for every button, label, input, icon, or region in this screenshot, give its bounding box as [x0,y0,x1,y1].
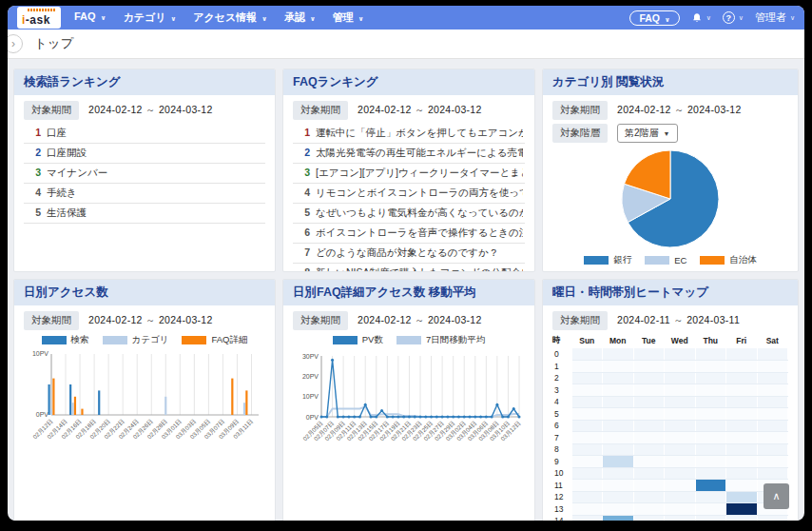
heatmap-cell[interactable] [603,503,634,516]
account-menu[interactable]: 管理者 ∨ [755,10,795,25]
rank-item[interactable]: 2口座開設 [24,144,265,164]
heatmap-cell[interactable] [633,372,665,384]
heatmap-cell[interactable] [757,408,788,421]
nav-item-2[interactable]: アクセス情報 ∨ [193,10,267,25]
rank-item[interactable]: 1口座 [24,124,265,144]
heatmap-cell[interactable] [665,420,696,432]
heatmap-cell[interactable] [603,432,634,444]
heatmap-cell[interactable] [665,372,696,384]
heatmap-cell[interactable] [665,348,696,361]
heatmap-cell[interactable] [757,420,788,432]
heatmap-cell[interactable] [571,420,603,432]
heatmap-cell[interactable] [633,456,665,468]
heatmap-cell[interactable] [665,480,696,492]
heatmap-cell[interactable] [726,491,758,503]
heatmap-cell[interactable] [603,361,634,373]
heatmap-cell[interactable] [633,515,665,521]
heatmap-cell[interactable] [726,503,758,516]
heatmap-cell[interactable] [571,480,603,492]
rank-item[interactable]: 2太陽光発電等の再生可能エネルギーによる売電料金の詳細… [293,144,525,164]
faq-quick-button[interactable]: FAQ ∨ [629,10,679,26]
heatmap-cell[interactable] [695,420,726,432]
heatmap-cell[interactable] [603,443,634,456]
heatmap-cell[interactable] [603,491,634,503]
heatmap-cell[interactable] [695,348,726,361]
heatmap-cell[interactable] [695,467,726,480]
rank-item[interactable]: 3[エアコン][アプリ]ウィークリータイマーとまとめて操作が… [293,164,525,184]
heatmap-cell[interactable] [665,456,696,468]
heatmap-cell[interactable] [633,408,665,421]
heatmap-cell[interactable] [665,408,696,421]
heatmap-cell[interactable] [726,432,758,444]
rank-item[interactable]: 3マイナンバー [24,164,265,184]
rank-item[interactable]: 7どのような商品が対象となるのですか？ [293,244,525,264]
heatmap-cell[interactable] [757,515,788,521]
rank-item[interactable]: 4リモコンとボイスコントローラの両方を使って操作した場… [293,184,525,204]
nav-item-1[interactable]: カテゴリ ∨ [123,10,176,25]
heatmap-cell[interactable] [603,348,634,361]
heatmap-cell[interactable] [633,384,665,397]
heatmap-cell[interactable] [603,384,634,397]
heatmap-cell[interactable] [571,467,603,480]
heatmap-cell[interactable] [571,432,603,444]
heatmap-cell[interactable] [603,515,634,521]
rank-item[interactable]: 5生活保護 [24,204,265,224]
heatmap-cell[interactable] [726,384,758,397]
heatmap-cell[interactable] [571,456,603,468]
heatmap-cell[interactable] [571,491,603,503]
heatmap-cell[interactable] [726,420,758,432]
heatmap-cell[interactable] [665,443,696,456]
heatmap-cell[interactable] [695,361,726,373]
heatmap-cell[interactable] [571,372,603,384]
heatmap-cell[interactable] [603,467,634,480]
heatmap-cell[interactable] [726,396,758,408]
heatmap-cell[interactable] [757,456,788,468]
heatmap-cell[interactable] [695,396,726,408]
heatmap-cell[interactable] [695,456,726,468]
heatmap-cell[interactable] [665,467,696,480]
heatmap-cell[interactable] [633,420,665,432]
heatmap-cell[interactable] [757,361,788,373]
heatmap-cell[interactable] [603,408,634,421]
scroll-to-top-button[interactable]: ∧ [764,483,789,509]
heatmap-cell[interactable] [633,396,665,408]
heatmap-cell[interactable] [726,348,758,361]
heatmap-cell[interactable] [726,480,758,492]
heatmap-cell[interactable] [695,515,726,521]
heatmap-cell[interactable] [665,361,696,373]
rank-item[interactable]: 1運転中に「停止」ボタンを押してもエアコンが止まらない… [293,124,525,144]
heatmap-cell[interactable] [571,348,603,361]
heatmap-cell[interactable] [695,503,726,516]
heatmap-cell[interactable] [665,432,696,444]
heatmap-cell[interactable] [633,443,665,456]
heatmap-cell[interactable] [603,420,634,432]
heatmap-cell[interactable] [571,443,603,456]
heatmap-cell[interactable] [695,432,726,444]
heatmap-cell[interactable] [603,396,634,408]
heatmap-cell[interactable] [695,443,726,456]
notifications-button[interactable]: ∨ [691,12,711,24]
heatmap-cell[interactable] [695,491,726,503]
heatmap-cell[interactable] [571,384,603,397]
rank-item[interactable]: 5なぜいつもより電気料金が高くなっているのか。 [293,204,525,224]
heatmap-cell[interactable] [695,372,726,384]
nav-item-4[interactable]: 管理 ∨ [333,10,364,25]
heatmap-cell[interactable] [603,480,634,492]
heatmap-cell[interactable] [571,361,603,373]
app-logo[interactable]: i-ask [17,7,61,29]
heatmap-cell[interactable] [757,396,788,408]
heatmap-cell[interactable] [633,348,665,361]
heatmap-cell[interactable] [665,384,696,397]
heatmap-cell[interactable] [757,432,788,444]
heatmap-cell[interactable] [633,467,665,480]
heatmap-cell[interactable] [726,515,758,521]
heatmap-cell[interactable] [603,456,634,468]
heatmap-cell[interactable] [726,408,758,421]
heatmap-cell[interactable] [633,361,665,373]
heatmap-cell[interactable] [757,384,788,397]
heatmap-cell[interactable] [633,503,665,516]
rank-item[interactable]: 4手続き [24,184,265,204]
heatmap-cell[interactable] [726,456,758,468]
heatmap-cell[interactable] [633,432,665,444]
nav-item-0[interactable]: FAQ ∨ [74,10,106,25]
